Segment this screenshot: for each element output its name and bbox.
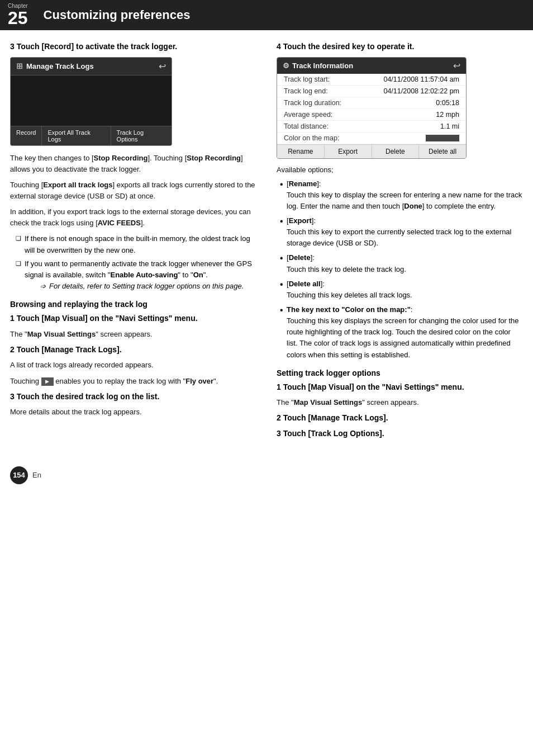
track-info-row-color: Color on the map:: [277, 133, 466, 144]
page-number-badge: 154: [10, 466, 28, 484]
left-column: 3 Touch [Record] to activate the track l…: [10, 41, 266, 444]
track-info-row-end: Track log end: 04/11/2008 12:02:22 pm: [277, 86, 466, 97]
manage-track-logs-mockup: ⊞ Manage Track Logs ↩ Record Export All …: [10, 57, 172, 146]
sub-bullet-list: For details, refer to Setting track logg…: [25, 281, 256, 292]
step2a-heading: 2 Touch [Manage Track Logs].: [10, 344, 256, 356]
bullet-item-2: If you want to permanently activate the …: [16, 258, 256, 292]
track-info-actions: Rename Export Delete Delete all: [277, 144, 466, 158]
language-label: En: [32, 471, 41, 479]
step2a-text2: Touching ▶ enables you to replay the tra…: [10, 376, 256, 387]
bullet-list: If there is not enough space in the buil…: [10, 233, 256, 292]
option-delete-all: [Delete all]: Touching this key deletes …: [277, 278, 523, 301]
track-info-row-start: Track log start: 04/11/2008 11:57:04 am: [277, 74, 466, 86]
export-all-button[interactable]: Export All Track Logs: [42, 126, 111, 145]
delete-all-button[interactable]: Delete all: [419, 145, 466, 158]
record-button[interactable]: Record: [11, 126, 42, 145]
chapter-header: Chapter 25 Customizing preferences: [0, 0, 533, 30]
track-info-box: ⚙ Track Information ↩ Track log start: 0…: [277, 57, 467, 159]
track-info-row-speed: Average speed: 12 mph: [277, 109, 466, 121]
export-button[interactable]: Export: [325, 145, 372, 158]
track-info-back-icon[interactable]: ↩: [453, 60, 460, 71]
option-export: [Export]: Touch this key to export the c…: [277, 215, 523, 249]
step1a-text: The "Map Visual Settings" screen appears…: [10, 329, 256, 340]
para3: In addition, if you export track logs to…: [10, 206, 256, 229]
page-number: 154: [13, 471, 25, 479]
back-arrow-icon[interactable]: ↩: [159, 61, 166, 72]
right-step3-heading: 3 Touch [Track Log Options].: [277, 428, 523, 440]
track-info-header: ⚙ Track Information ↩: [277, 58, 466, 74]
track-info-row-duration: Track log duration: 0:05:18: [277, 97, 466, 109]
step3-heading: 3 Touch [Record] to activate the track l…: [10, 41, 256, 53]
available-label: Available options;: [277, 166, 523, 174]
track-info-title: ⚙ Track Information: [283, 62, 353, 70]
option-color-text: Touching this key displays the screen fo…: [287, 316, 519, 358]
step1a-heading: 1 Touch [Map Visual] on the "Navi Settin…: [10, 313, 256, 324]
chapter-number: 25: [8, 9, 28, 27]
page-footer: 154 En: [0, 461, 533, 490]
right-column: 4 Touch the desired key to operate it. ⚙…: [266, 41, 523, 444]
mockup-body: [11, 75, 172, 126]
right-step1-heading: 1 Touch [Map Visual] on the "Navi Settin…: [277, 382, 523, 393]
track-info-row-distance: Total distance: 1.1 mi: [277, 121, 466, 133]
right-step1-text: The "Map Visual Settings" screen appears…: [277, 397, 523, 408]
section2-heading: Setting track logger options: [277, 368, 523, 377]
settings-icon: ⚙: [283, 62, 289, 70]
mockup-header: ⊞ Manage Track Logs ↩: [11, 58, 172, 75]
delete-button[interactable]: Delete: [372, 145, 420, 158]
main-content: 3 Touch [Record] to activate the track l…: [0, 30, 533, 455]
chapter-title: Customizing preferences: [44, 8, 191, 22]
para1: The key then changes to [Stop Recording]…: [10, 153, 256, 175]
option-rename: [Rename]: Touch this key to display the …: [277, 178, 523, 212]
step3b-text: More details about the track log appears…: [10, 407, 256, 418]
option-export-text: Touch this key to export the currently s…: [287, 228, 512, 247]
option-delete-all-text: Touching this key deletes all track logs…: [287, 291, 412, 299]
color-bar[interactable]: [426, 135, 459, 141]
option-color: The key next to "Color on the map:": Tou…: [277, 304, 523, 361]
para2: Touching [Export all track logs] exports…: [10, 179, 256, 202]
bullet-item-1: If there is not enough space in the buil…: [16, 233, 256, 256]
play-button-icon: ▶: [41, 377, 54, 386]
right-step2-heading: 2 Touch [Manage Track Logs].: [277, 413, 523, 424]
section1-heading: Browsing and replaying the track log: [10, 300, 256, 309]
track-log-options-button[interactable]: Track Log Options: [111, 126, 172, 145]
option-delete-text: Touch this key to delete the track log.: [287, 265, 406, 273]
mockup-footer: Record Export All Track Logs Track Log O…: [11, 126, 172, 145]
option-delete: [Delete]: Touch this key to delete the t…: [277, 252, 523, 275]
option-rename-text: Touch this key to display the screen for…: [287, 191, 522, 210]
step4-heading: 4 Touch the desired key to operate it.: [277, 41, 523, 53]
options-list: [Rename]: Touch this key to display the …: [277, 178, 523, 361]
mockup-title: ⊞ Manage Track Logs: [16, 62, 94, 70]
track-icon: ⊞: [16, 62, 23, 70]
step3b-heading: 3 Touch the desired track log on the lis…: [10, 391, 256, 403]
rename-button[interactable]: Rename: [277, 145, 325, 158]
step2a-text1: A list of track logs already recorded ap…: [10, 360, 256, 371]
sub-bullet-item: For details, refer to Setting track logg…: [40, 281, 256, 292]
